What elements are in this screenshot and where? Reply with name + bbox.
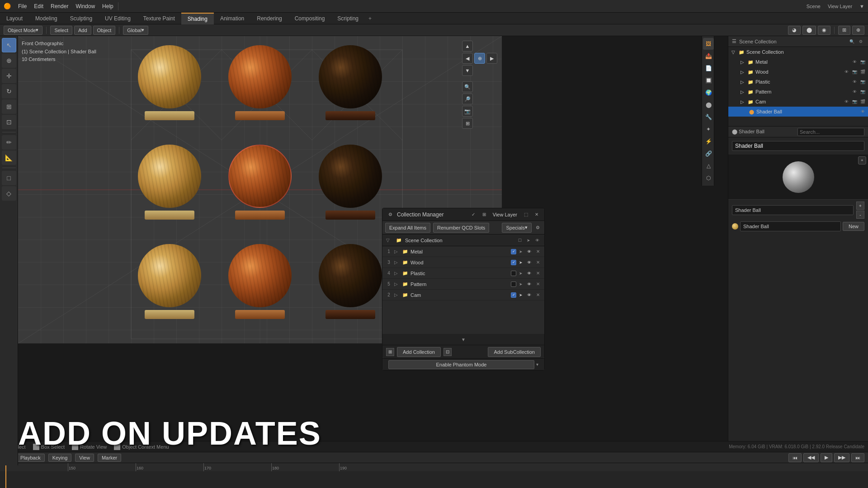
tool-scale[interactable]: ⊞ (2, 99, 16, 114)
plastic-render[interactable]: 📷 (859, 78, 866, 85)
tab-modeling[interactable]: Modeling (29, 13, 64, 24)
timeline-view-btn[interactable]: View (75, 454, 94, 462)
play-btn[interactable]: ▶ (821, 453, 832, 462)
plastic-arrow-ctrl[interactable]: ➤ (517, 270, 524, 277)
play-backward-btn[interactable]: ◀◀ (803, 453, 819, 462)
cm-item-pattern[interactable]: 5 ▷ 📁 Pattern ➤ 👁 ✕ (382, 279, 544, 290)
outliner-item-wood[interactable]: ▷ 📁 Wood 👁 📷 🎬 (728, 67, 868, 77)
outliner-item-shader-ball[interactable]: ⬤ Shader Ball 👁 (728, 107, 868, 117)
renumber-qcd-btn[interactable]: Renumber QCD Slots (433, 223, 489, 233)
props-tab-modifiers[interactable]: 🔧 (703, 111, 714, 123)
cm-item-metal[interactable]: 1 ▷ 📁 Metal ✓ ➤ 👁 ✕ (382, 246, 544, 257)
tab-rendering[interactable]: Rendering (250, 13, 288, 24)
cam-eye-ctrl[interactable]: 👁 (525, 291, 533, 299)
wood-remove-btn[interactable]: ✕ (534, 259, 542, 266)
playback-btn[interactable]: Playback (16, 454, 45, 462)
nav-rotate-right[interactable]: ▶ (486, 53, 497, 64)
plastic-visibility[interactable]: 👁 (851, 78, 858, 85)
tool-add-mesh[interactable]: ◇ (2, 186, 16, 201)
tool-select[interactable]: ↖ (2, 38, 16, 52)
cm-filter-btn[interactable]: ⚙ (533, 224, 542, 232)
props-tab-scene[interactable]: 🔲 (703, 75, 714, 86)
timeline-body[interactable]: 150 160 170 180 190 (0, 463, 868, 488)
cm-footer-icon2-btn[interactable]: ⊡ (443, 348, 452, 356)
add-subcollection-btn[interactable]: Add SubCollection (488, 347, 541, 357)
plastic-eye-ctrl[interactable]: 👁 (525, 270, 533, 277)
outliner-item-plastic[interactable]: ▷ 📁 Plastic 👁 📷 (728, 77, 868, 87)
nav-rotate-left[interactable]: ◀ (462, 53, 473, 64)
mat-slot-remove[interactable]: - (856, 211, 864, 219)
tab-uv-editing[interactable]: UV Editing (99, 13, 137, 24)
nav-center[interactable]: ⊕ (474, 53, 485, 64)
cm-footer-icon-btn[interactable]: ⊞ (386, 348, 394, 356)
wood-checkbox[interactable]: ✓ (511, 260, 516, 265)
viewport-shading-rendered[interactable]: ◉ (818, 26, 830, 35)
cm-settings-btn[interactable]: ⚙ (386, 211, 394, 219)
tool-rotate[interactable]: ↻ (2, 84, 16, 99)
cm-item-cam[interactable]: 2 ▷ 📁 Cam ✓ ➤ 👁 ✕ (382, 290, 544, 300)
cm-copy-btn[interactable]: ⬚ (522, 211, 530, 219)
tab-texture-paint[interactable]: Texture Paint (137, 13, 181, 24)
cam-arrow-ctrl[interactable]: ➤ (517, 291, 524, 299)
scene-ctrl-eye[interactable]: 👁 (533, 237, 541, 244)
tool-add-cube[interactable]: □ (2, 171, 16, 185)
marker-btn[interactable]: Marker (98, 454, 121, 462)
nav-rotate-down[interactable]: ▼ (462, 65, 473, 76)
nav-zoom-in[interactable]: 🔍 (462, 81, 473, 92)
pattern-visibility[interactable]: 👁 (851, 88, 858, 95)
tool-annotate[interactable]: ✏ (2, 135, 16, 150)
props-tab-view-layer[interactable]: 📄 (703, 62, 714, 74)
wood-cam[interactable]: 📷 (851, 68, 858, 75)
props-tab-particles[interactable]: ✦ (703, 123, 714, 135)
tab-scripting[interactable]: Scripting (331, 13, 365, 24)
next-keyframe-btn[interactable]: ⏭ (851, 453, 864, 462)
pattern-checkbox[interactable] (511, 282, 516, 287)
viewport-shading-solid[interactable]: ◕ (788, 26, 801, 35)
outliner-scene-collection[interactable]: ▽ 📁 Scene Collection (728, 47, 868, 57)
metal-arrow-ctrl[interactable]: ➤ (517, 248, 524, 255)
mat-slot-add[interactable]: + (856, 202, 864, 210)
outliner-filter-btn[interactable]: ⚙ (857, 38, 864, 45)
wood-icon-extra[interactable]: 🎬 (859, 68, 866, 75)
play-forward-btn[interactable]: ▶▶ (834, 453, 849, 462)
tool-move[interactable]: ✛ (2, 69, 16, 83)
cm-scroll-down[interactable]: ▼ (461, 337, 466, 342)
pattern-eye-ctrl[interactable]: 👁 (525, 281, 533, 288)
gizmo-btn[interactable]: ⊕ (852, 26, 864, 35)
add-collection-btn[interactable]: Add Collection (397, 347, 441, 357)
specials-btn[interactable]: Specials ▾ (502, 223, 532, 233)
menu-file[interactable]: File (14, 2, 30, 10)
menu-window[interactable]: Window (72, 2, 99, 10)
new-material-btn[interactable]: New (843, 222, 864, 231)
nav-rotate-up[interactable]: ▲ (462, 41, 473, 52)
object-name-input[interactable]: Shader Ball (732, 141, 864, 151)
tab-shading[interactable]: Shading (181, 13, 214, 24)
tool-measure[interactable]: 📐 (2, 150, 16, 165)
cam-render[interactable]: 📷 (851, 98, 858, 105)
nav-grid[interactable]: ⊞ (462, 118, 473, 129)
cm-item-plastic[interactable]: 4 ▷ 📁 Plastic ➤ 👁 ✕ (382, 268, 544, 279)
metal-render[interactable]: 📷 (859, 58, 866, 66)
tool-transform[interactable]: ⊡ (2, 115, 16, 129)
enable-phantom-mode-btn[interactable]: Enable Phantom Mode (388, 360, 534, 369)
plastic-checkbox[interactable] (511, 271, 516, 276)
select-menu[interactable]: Select (50, 26, 72, 35)
metal-remove-btn[interactable]: ✕ (534, 248, 542, 255)
props-tab-physics[interactable]: ⚡ (703, 136, 714, 147)
add-workspace-btn[interactable]: + (365, 15, 375, 22)
nav-zoom-out[interactable]: 🔎 (462, 94, 473, 104)
metal-eye-ctrl[interactable]: 👁 (525, 248, 533, 255)
scene-ctrl-arrow[interactable]: ➤ (525, 237, 532, 244)
phantom-dropdown[interactable]: ▾ (536, 362, 538, 367)
menu-render[interactable]: Render (47, 2, 72, 10)
plastic-remove-btn[interactable]: ✕ (534, 270, 542, 277)
props-tab-data[interactable]: △ (703, 160, 714, 172)
cam-remove-btn[interactable]: ✕ (534, 291, 542, 299)
cm-close-btn[interactable]: ✕ (533, 211, 541, 219)
engine-selector[interactable]: ▼ (856, 4, 868, 9)
menu-edit[interactable]: Edit (30, 2, 47, 10)
menu-help[interactable]: Help (99, 2, 117, 10)
wood-arrow-ctrl[interactable]: ➤ (517, 259, 524, 266)
tab-animation[interactable]: Animation (214, 13, 250, 24)
tab-layout[interactable]: Layout (0, 13, 29, 24)
